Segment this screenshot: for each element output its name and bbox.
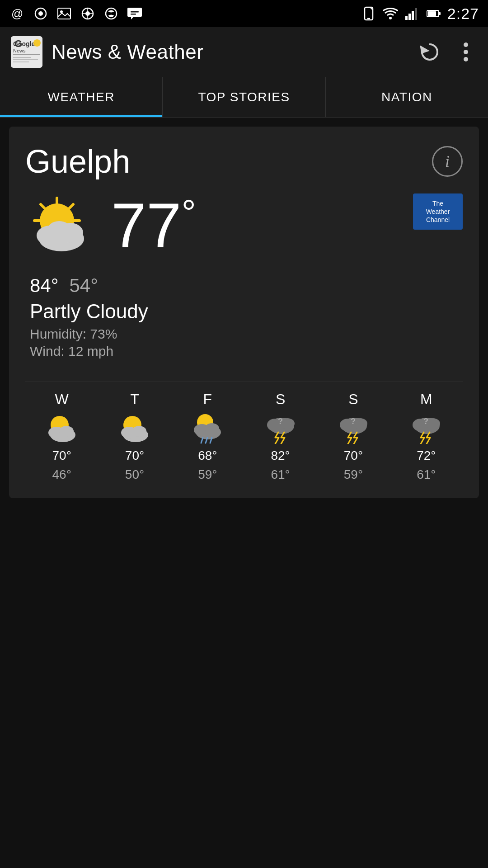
svg-line-41 bbox=[69, 204, 73, 208]
phone-icon bbox=[361, 5, 377, 22]
forecast-high-f: 68° bbox=[198, 448, 217, 463]
weather-condition: Partly Cloudy bbox=[30, 300, 463, 323]
day-label-t: T bbox=[130, 391, 139, 408]
svg-rect-18 bbox=[415, 8, 417, 20]
forecast-icon-s2: ? bbox=[335, 412, 371, 444]
svg-text:@: @ bbox=[11, 7, 23, 20]
day-label-s1: S bbox=[276, 391, 285, 408]
image-icon bbox=[56, 5, 72, 22]
forecast-high-t: 70° bbox=[125, 448, 144, 463]
app-logo: Google News bbox=[11, 36, 42, 68]
svg-point-9 bbox=[106, 8, 117, 19]
day-label-m: M bbox=[420, 391, 432, 408]
svg-rect-25 bbox=[13, 54, 40, 55]
weather-left: 77° bbox=[25, 193, 196, 257]
weather-details: 84° 54° Partly Cloudy Humidity: 73% Wind… bbox=[25, 275, 463, 359]
forecast-day-m: M ? 72° 61° bbox=[390, 391, 463, 482]
wind-label: Wind: 12 mph bbox=[30, 344, 463, 359]
forecast-day-f: F 68° 59° bbox=[171, 391, 244, 482]
main-content: Guelph i bbox=[0, 118, 488, 507]
svg-rect-20 bbox=[439, 12, 441, 15]
svg-point-31 bbox=[464, 42, 468, 47]
svg-point-29 bbox=[33, 39, 41, 47]
tabs-bar: WEATHER TOP STORIES NATION bbox=[0, 77, 488, 118]
day-label-s2: S bbox=[348, 391, 358, 408]
forecast-high-w: 70° bbox=[52, 448, 71, 463]
svg-point-14 bbox=[389, 17, 392, 19]
at-icon: @ bbox=[9, 5, 25, 22]
svg-rect-21 bbox=[428, 11, 436, 16]
svg-point-32 bbox=[464, 50, 468, 54]
svg-rect-15 bbox=[405, 16, 408, 20]
forecast-day-s2: S ? 70° 59° bbox=[317, 391, 389, 482]
forecast-icon-m: ? bbox=[408, 412, 444, 444]
svg-line-59 bbox=[201, 438, 203, 443]
forecast: W 70° 46° T bbox=[25, 382, 463, 482]
day-label-f: F bbox=[203, 391, 212, 408]
svg-line-39 bbox=[41, 204, 45, 208]
high-low: 84° 54° bbox=[30, 275, 463, 297]
svg-text:News: News bbox=[13, 48, 26, 53]
steam3-icon bbox=[103, 5, 119, 22]
svg-point-58 bbox=[205, 423, 219, 434]
humidity-label: Humidity: 73% bbox=[30, 326, 463, 342]
steam2-icon bbox=[80, 5, 96, 22]
forecast-icon-w bbox=[44, 412, 80, 444]
forecast-low-m: 61° bbox=[417, 467, 436, 482]
refresh-button[interactable] bbox=[418, 41, 441, 63]
forecast-high-s1: 82° bbox=[271, 448, 290, 463]
forecast-low-s2: 59° bbox=[344, 467, 363, 482]
status-bar-left: @ bbox=[9, 5, 143, 22]
app-title: News & Weather bbox=[52, 41, 418, 63]
tab-weather[interactable]: WEATHER bbox=[0, 77, 163, 117]
chat-icon bbox=[127, 5, 143, 22]
forecast-icon-f bbox=[189, 412, 225, 444]
current-temperature: 77° bbox=[111, 193, 196, 257]
status-bar: @ bbox=[0, 0, 488, 27]
weather-channel-text: TheWeatherChannel bbox=[426, 199, 450, 224]
svg-point-46 bbox=[47, 221, 71, 239]
forecast-low-w: 46° bbox=[52, 467, 71, 482]
svg-point-2 bbox=[38, 11, 43, 16]
forecast-icon-s1: ? bbox=[263, 412, 299, 444]
svg-text:Google: Google bbox=[13, 40, 35, 47]
status-bar-right: 2:27 bbox=[361, 5, 479, 23]
current-weather-icon bbox=[25, 196, 98, 255]
weather-channel-badge: TheWeatherChannel bbox=[413, 193, 463, 230]
svg-rect-28 bbox=[13, 61, 29, 62]
forecast-day-w: W 70° 46° bbox=[25, 391, 98, 482]
forecast-day-s1: S ? 82° 61° bbox=[244, 391, 317, 482]
svg-point-33 bbox=[464, 57, 468, 61]
forecast-low-t: 50° bbox=[125, 467, 144, 482]
svg-point-54 bbox=[132, 426, 146, 437]
city-header: Guelph i bbox=[25, 143, 463, 180]
battery-icon bbox=[426, 5, 442, 22]
temp-low: 54° bbox=[70, 275, 99, 297]
city-name: Guelph bbox=[25, 143, 130, 180]
tab-top-stories[interactable]: TOP STORIES bbox=[163, 77, 325, 117]
signal-icon bbox=[404, 5, 420, 22]
more-options-button[interactable] bbox=[455, 41, 477, 63]
svg-rect-17 bbox=[412, 11, 414, 20]
svg-text:?: ? bbox=[278, 417, 283, 426]
info-button[interactable]: i bbox=[432, 146, 463, 177]
app-bar: Google News News & Weather bbox=[0, 27, 488, 77]
forecast-low-s1: 61° bbox=[271, 467, 290, 482]
info-icon: i bbox=[445, 152, 450, 171]
forecast-day-t: T 70° 50° bbox=[98, 391, 171, 482]
temp-high: 84° bbox=[30, 275, 59, 297]
svg-rect-11 bbox=[131, 14, 136, 15]
svg-point-4 bbox=[60, 10, 63, 13]
svg-rect-16 bbox=[408, 14, 411, 20]
svg-rect-3 bbox=[58, 8, 70, 19]
forecast-high-m: 72° bbox=[417, 448, 436, 463]
svg-rect-27 bbox=[13, 59, 38, 60]
svg-marker-30 bbox=[421, 47, 427, 52]
tab-nation[interactable]: NATION bbox=[326, 77, 488, 117]
forecast-icon-t bbox=[117, 412, 153, 444]
steam-icon bbox=[33, 5, 49, 22]
svg-point-50 bbox=[59, 426, 74, 437]
app-bar-actions bbox=[418, 41, 477, 63]
svg-text:?: ? bbox=[351, 417, 356, 426]
status-time: 2:27 bbox=[447, 5, 479, 23]
